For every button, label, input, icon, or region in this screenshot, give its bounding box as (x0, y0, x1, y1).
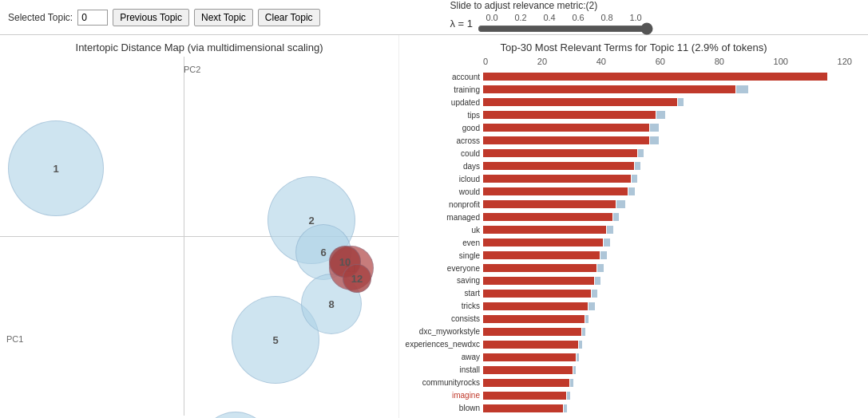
bar-row: single (483, 250, 852, 261)
left-panel: Intertopic Distance Map (via multidimens… (0, 35, 399, 418)
bar-blue (678, 98, 684, 106)
intertopic-map-title: Intertopic Distance Map (via multidimens… (0, 35, 398, 57)
bar-row: icloud (483, 173, 852, 184)
topic-circle-bottom[interactable] (200, 412, 271, 418)
bar-term-label: imagine (452, 391, 480, 400)
top-bar: Selected Topic: Previous Topic Next Topi… (0, 0, 868, 35)
bar-bg (483, 378, 852, 388)
bar-blue (579, 341, 582, 349)
bar-blue (585, 315, 589, 323)
bar-bg (483, 136, 852, 145)
bar-wrap: could (483, 148, 852, 159)
bar-bg (483, 263, 852, 273)
bar-red (483, 124, 649, 132)
x-label: 100 (774, 57, 788, 66)
bar-row: saving (483, 275, 852, 286)
x-label: 120 (838, 57, 852, 66)
bar-term-label: nonprofit (449, 200, 480, 209)
bar-bg (483, 123, 852, 132)
bar-row: could (483, 148, 852, 159)
clear-topic-button[interactable]: Clear Topic (258, 9, 320, 26)
lambda-label: λ = 1 (450, 18, 474, 30)
bar-row: imagine (483, 390, 852, 401)
x-label: 60 (656, 57, 665, 66)
relevance-slider[interactable] (478, 22, 653, 35)
bar-wrap: icloud (483, 173, 852, 184)
bar-wrap: tricks (483, 301, 852, 312)
bar-row: days (483, 160, 852, 172)
bar-row: tips (483, 109, 852, 120)
pc2-label: PC2 (184, 65, 200, 74)
bar-term-label: could (461, 149, 480, 158)
bar-bg (483, 327, 852, 337)
bar-red (483, 379, 569, 387)
bar-blue (592, 290, 598, 298)
bar-red (483, 239, 603, 246)
bar-red (483, 226, 606, 234)
bar-term-label: good (462, 124, 480, 132)
bar-blue (567, 392, 570, 400)
bar-blue (632, 175, 638, 183)
bar-wrap: blown (483, 403, 852, 414)
topic-circle-12[interactable]: 12 (343, 264, 371, 293)
bar-wrap: uk (483, 224, 852, 235)
main-content: Intertopic Distance Map (via multidimens… (0, 35, 868, 418)
bar-blue (635, 162, 641, 170)
bar-row: communityrocks (483, 377, 852, 388)
bar-bg (483, 314, 852, 324)
bar-row: blown (483, 403, 852, 414)
bar-row: uk (483, 224, 852, 235)
bar-wrap: even (483, 237, 852, 248)
bar-bg (483, 161, 852, 171)
bar-wrap: would (483, 186, 852, 197)
bar-blue (589, 302, 595, 310)
bar-red (483, 277, 594, 285)
bar-blue (638, 149, 644, 157)
bar-term-label: away (462, 353, 480, 361)
bar-bg (483, 404, 852, 413)
x-label: 80 (715, 57, 724, 66)
prev-topic-button[interactable]: Previous Topic (113, 9, 189, 26)
bar-blue (613, 213, 620, 221)
bar-row: updated (483, 97, 852, 108)
bar-red (483, 85, 735, 93)
bar-row: even (483, 237, 852, 248)
bar-wrap: consists (483, 314, 852, 325)
bar-row: away (483, 352, 852, 363)
bar-wrap: single (483, 250, 852, 261)
bar-term-label: tricks (462, 302, 480, 310)
bar-red (483, 290, 591, 298)
bar-blue (573, 366, 577, 374)
bar-wrap: managed (483, 211, 852, 223)
bar-red (483, 341, 578, 349)
bar-row: install (483, 365, 852, 376)
bar-wrap: across (483, 135, 852, 146)
bar-row: would (483, 186, 852, 197)
next-topic-button[interactable]: Next Topic (194, 9, 253, 26)
bar-term-label: days (463, 162, 480, 171)
bar-wrap: days (483, 160, 852, 172)
bar-row: dxc_myworkstyle (483, 326, 852, 337)
topic-input[interactable] (77, 10, 108, 26)
bar-red (483, 98, 677, 106)
bar-blue (607, 226, 613, 234)
slider-section: Slide to adjust relevance metric:(2) λ =… (450, 0, 654, 35)
bar-red (483, 366, 573, 374)
slider-row: λ = 1 0.00.20.40.60.81.0 (450, 13, 654, 35)
bar-bg (483, 238, 852, 247)
bar-row: training (483, 84, 852, 95)
topic-circle-1[interactable]: 1 (8, 120, 104, 216)
bar-blue (570, 379, 573, 387)
bar-red (483, 200, 616, 208)
bar-bg (483, 199, 852, 209)
bar-wrap: everyone (483, 262, 852, 274)
bar-term-label: experiences_newdxc (406, 340, 480, 349)
bar-term-label: across (457, 136, 480, 145)
slider-label: Slide to adjust relevance metric:(2) (450, 0, 598, 11)
bar-red (483, 328, 581, 336)
bar-term-label: communityrocks (422, 378, 480, 387)
bar-wrap: install (483, 365, 852, 376)
bar-bg (483, 97, 852, 107)
bar-blue (597, 264, 604, 272)
bar-term-label: even (462, 239, 480, 247)
